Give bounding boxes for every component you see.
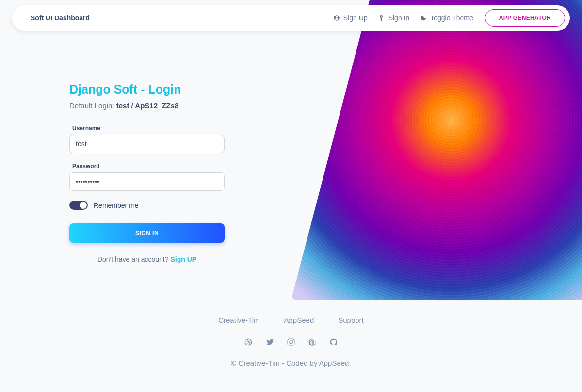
- footer-link-creative-tim[interactable]: Creative-Tim: [218, 316, 259, 324]
- nav-toggle-theme[interactable]: Toggle Theme: [420, 14, 473, 22]
- footer-link-support[interactable]: Support: [338, 316, 364, 324]
- signup-link[interactable]: Sign UP: [170, 255, 196, 263]
- password-label: Password: [72, 163, 234, 170]
- brand-title[interactable]: Soft UI Dashboard: [31, 14, 90, 22]
- key-icon: [378, 15, 385, 21]
- password-input[interactable]: [69, 172, 225, 191]
- user-circle-icon: [333, 15, 340, 21]
- pinterest-icon[interactable]: [308, 338, 317, 346]
- footer-link-appseed[interactable]: AppSeed: [284, 316, 314, 324]
- nav-signin-label: Sign In: [388, 14, 410, 22]
- github-icon[interactable]: [329, 338, 338, 346]
- signup-row: Don't have an account? Sign UP: [69, 255, 225, 263]
- footer-links: Creative-Tim AppSeed Support: [0, 316, 582, 324]
- nav-signin[interactable]: Sign In: [378, 14, 410, 22]
- no-account-text: Don't have an account?: [97, 255, 171, 263]
- username-label: Username: [72, 125, 234, 132]
- twitter-icon[interactable]: [265, 338, 274, 346]
- password-field-wrap: Password: [69, 163, 234, 191]
- signin-button[interactable]: SIGN IN: [69, 223, 225, 243]
- remember-label: Remember me: [94, 202, 139, 209]
- dribbble-icon[interactable]: [244, 338, 253, 346]
- nav-links: Sign Up Sign In Toggle Theme: [333, 14, 473, 22]
- navbar: Soft UI Dashboard Sign Up Sign In Toggle…: [12, 5, 570, 31]
- app-generator-button[interactable]: APP GENERATOR: [485, 9, 565, 27]
- remember-toggle[interactable]: [69, 201, 88, 210]
- social-icons: [0, 338, 582, 346]
- instagram-icon[interactable]: [287, 338, 295, 346]
- nav-toggle-theme-label: Toggle Theme: [430, 14, 473, 22]
- default-login-hint: Default Login: test / ApS12_ZZs8: [69, 101, 234, 110]
- login-card: Django Soft - Login Default Login: test …: [69, 82, 234, 263]
- username-input[interactable]: [69, 135, 225, 153]
- username-field-wrap: Username: [69, 125, 234, 153]
- nav-signup[interactable]: Sign Up: [333, 14, 368, 22]
- footer: Creative-Tim AppSeed Support © Creative-…: [0, 316, 582, 367]
- remember-row: Remember me: [69, 201, 234, 210]
- nav-signup-label: Sign Up: [343, 14, 368, 22]
- hero-background: [291, 0, 582, 300]
- login-title: Django Soft - Login: [69, 82, 234, 96]
- copyright-text: © Creative-Tim - Coded by AppSeed.: [0, 359, 582, 367]
- moon-icon: [420, 15, 427, 21]
